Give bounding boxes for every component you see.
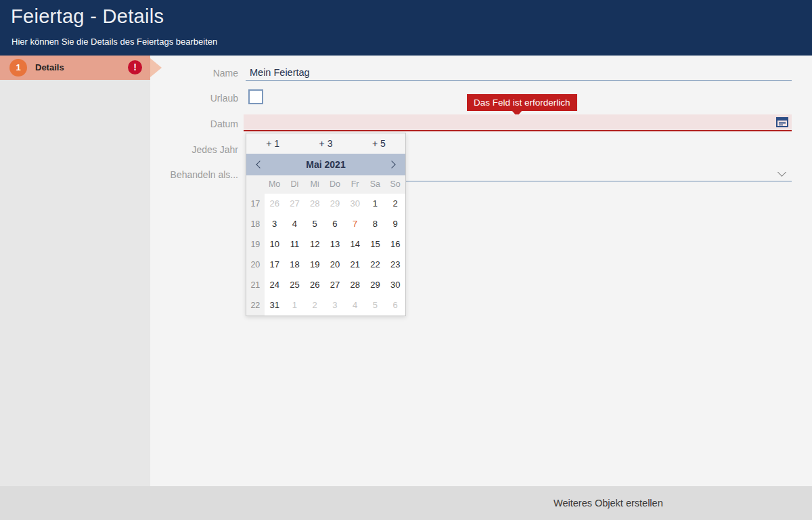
required-field-tooltip: Das Feld ist erforderlich — [467, 94, 577, 111]
name-input[interactable]: Mein Feiertag — [250, 67, 310, 78]
behandeln-als-label: Behandeln als... — [150, 169, 238, 180]
calendar-day[interactable]: 20 — [325, 255, 345, 275]
weekday-header-row: Mo Di Mi Do Fr Sa So — [246, 175, 405, 194]
calendar-day[interactable]: 27 — [325, 275, 345, 295]
calendar-day[interactable]: 26 — [304, 275, 325, 295]
error-icon: ! — [128, 60, 142, 74]
date-picker-popup: + 1 + 3 + 5 Mai 2021 Mo Di Mi Do Fr Sa S… — [246, 133, 406, 316]
calendar-day[interactable]: 4 — [285, 214, 305, 234]
datum-label: Datum — [150, 118, 238, 129]
plus-three-button[interactable]: + 3 — [299, 133, 352, 154]
calendar-week-number: 22 — [246, 295, 265, 316]
footer-bar: Weiteres Objekt erstellen Fertigstellen … — [0, 486, 812, 520]
calendar-day[interactable]: 8 — [365, 214, 386, 234]
week-number-spacer — [246, 175, 265, 194]
step-number-badge: 1 — [9, 59, 27, 77]
calendar-day[interactable]: 14 — [345, 234, 365, 255]
weekday-label: Di — [285, 175, 305, 194]
calendar-day[interactable]: 30 — [345, 194, 365, 214]
calendar-day[interactable]: 19 — [304, 255, 325, 275]
dialog-header: Feiertag - Details Hier können Sie die D… — [0, 0, 812, 56]
urlaub-checkbox[interactable] — [248, 89, 263, 104]
calendar-day[interactable]: 6 — [325, 214, 345, 234]
calendar-day[interactable]: 18 — [285, 255, 305, 275]
calendar-day[interactable]: 5 — [304, 214, 325, 234]
calendar-day[interactable]: 11 — [285, 234, 305, 255]
calendar-day[interactable]: 12 — [304, 234, 325, 255]
calendar-day[interactable]: 29 — [325, 194, 345, 214]
calendar-day[interactable]: 25 — [285, 275, 305, 295]
name-underline — [246, 80, 792, 81]
calendar-week-number: 19 — [246, 234, 265, 255]
calendar-day[interactable]: 28 — [304, 194, 325, 214]
calendar-week-row: 1910111213141516 — [246, 234, 405, 255]
jedes-jahr-label: Jedes Jahr — [150, 144, 238, 155]
calendar-week-row: 2017181920212223 — [246, 255, 405, 275]
calendar-day[interactable]: 24 — [265, 275, 285, 295]
calendar-week-number: 18 — [246, 214, 265, 234]
calendar-day[interactable]: 1 — [285, 295, 305, 316]
calendar-day[interactable]: 28 — [345, 275, 365, 295]
calendar-day[interactable]: 13 — [325, 234, 345, 255]
quick-add-row: + 1 + 3 + 5 — [246, 133, 405, 154]
next-month-button[interactable] — [382, 154, 403, 175]
weekday-label: Mo — [265, 175, 285, 194]
create-another-label[interactable]: Weiteres Objekt erstellen — [554, 486, 663, 520]
plus-five-button[interactable]: + 5 — [353, 133, 405, 154]
calendar-week-number: 20 — [246, 255, 265, 275]
step-label: Details — [35, 56, 64, 80]
plus-one-button[interactable]: + 1 — [246, 133, 299, 154]
weekday-label: Sa — [365, 175, 386, 194]
calendar-day[interactable]: 3 — [325, 295, 345, 316]
calendar-day[interactable]: 16 — [385, 234, 405, 255]
calendar-week-row: 17262728293012 — [246, 194, 405, 214]
calendar-day[interactable]: 2 — [304, 295, 325, 316]
calendar-day[interactable]: 3 — [265, 214, 285, 234]
calendar-day[interactable]: 4 — [345, 295, 365, 316]
page-title: Feiertag - Details — [11, 5, 164, 28]
calendar-day[interactable]: 27 — [285, 194, 305, 214]
calendar-day[interactable]: 26 — [265, 194, 285, 214]
name-label: Name — [150, 68, 238, 79]
step-item-details[interactable]: 1 Details ! — [0, 56, 150, 80]
datum-input[interactable] — [244, 114, 792, 131]
calendar-week-number: 21 — [246, 275, 265, 295]
weekday-label: Do — [325, 175, 345, 194]
calendar-week-row: 183456789 — [246, 214, 405, 234]
chevron-right-icon — [388, 160, 395, 168]
weekday-label: Mi — [304, 175, 325, 194]
calendar-icon[interactable] — [776, 116, 788, 127]
calendar-day[interactable]: 6 — [385, 295, 405, 316]
step-sidebar: 1 Details ! — [0, 56, 150, 486]
calendar-day[interactable]: 2 — [385, 194, 405, 214]
calendar-week-row: 2231123456 — [246, 295, 405, 316]
calendar-day[interactable]: 29 — [365, 275, 386, 295]
calendar-grid: 1726272829301218345678919101112131415162… — [246, 194, 405, 316]
weekday-label: So — [385, 175, 405, 194]
calendar-day[interactable]: 31 — [265, 295, 285, 316]
calendar-day[interactable]: 15 — [365, 234, 386, 255]
calendar-day[interactable]: 9 — [385, 214, 405, 234]
calendar-day[interactable]: 10 — [265, 234, 285, 255]
calendar-day[interactable]: 30 — [385, 275, 405, 295]
calendar-week-row: 2124252627282930 — [246, 275, 405, 295]
month-nav: Mai 2021 — [246, 154, 405, 175]
calendar-week-number: 17 — [246, 194, 265, 214]
weekday-label: Fr — [345, 175, 365, 194]
chevron-left-icon — [256, 160, 263, 168]
month-year-label: Mai 2021 — [246, 154, 405, 175]
chevron-down-icon[interactable] — [777, 168, 786, 177]
calendar-day-today[interactable]: 7 — [345, 214, 365, 234]
prev-month-button[interactable] — [249, 154, 269, 175]
calendar-day[interactable]: 5 — [365, 295, 386, 316]
calendar-day[interactable]: 23 — [385, 255, 405, 275]
calendar-day[interactable]: 22 — [365, 255, 386, 275]
calendar-day[interactable]: 1 — [365, 194, 386, 214]
page-subtitle: Hier können Sie die Details des Feiertag… — [12, 37, 217, 47]
calendar-day[interactable]: 17 — [265, 255, 285, 275]
calendar-day[interactable]: 21 — [345, 255, 365, 275]
urlaub-label: Urlaub — [150, 93, 238, 104]
